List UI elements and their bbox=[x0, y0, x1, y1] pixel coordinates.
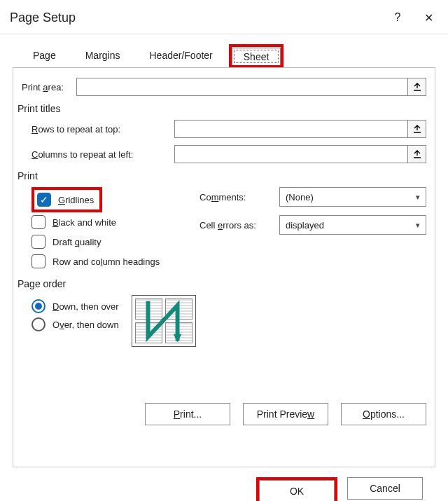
tab-headerfooter[interactable]: Header/Footer bbox=[136, 45, 226, 68]
cols-repeat-label: Columns to repeat at left: bbox=[31, 149, 174, 160]
gridlines-label: Gridlines bbox=[58, 195, 94, 205]
print-button[interactable]: Print... bbox=[145, 403, 230, 425]
print-titles-section: Print titles bbox=[18, 103, 426, 114]
collapse-dialog-icon bbox=[412, 82, 422, 92]
chevron-down-icon: ▾ bbox=[416, 193, 420, 202]
page-order-diagram bbox=[132, 295, 196, 347]
rows-repeat-input[interactable] bbox=[174, 120, 408, 138]
cell-errors-value: displayed bbox=[286, 220, 324, 231]
down-then-over-label: Down, then over bbox=[52, 301, 119, 312]
cols-repeat-ref-button[interactable] bbox=[408, 145, 426, 163]
comments-select[interactable]: (None) ▾ bbox=[279, 187, 426, 207]
down-then-over-radio[interactable] bbox=[31, 299, 46, 313]
help-button[interactable]: ? bbox=[382, 7, 413, 28]
black-white-checkbox[interactable] bbox=[31, 215, 46, 229]
cell-errors-label: Cell errors as: bbox=[200, 220, 279, 231]
rows-repeat-ref-button[interactable] bbox=[408, 120, 426, 138]
rows-repeat-label: Rows to repeat at top: bbox=[31, 124, 174, 135]
row-col-headings-label: Row and column headings bbox=[52, 256, 160, 267]
chevron-down-icon: ▾ bbox=[416, 221, 420, 230]
ok-button[interactable]: OK bbox=[259, 480, 335, 501]
black-white-label: Black and white bbox=[52, 217, 116, 228]
draft-quality-checkbox[interactable] bbox=[31, 235, 46, 249]
options-button[interactable]: Options... bbox=[341, 403, 426, 425]
comments-label: Comments: bbox=[200, 192, 279, 203]
over-then-down-label: Over, then down bbox=[52, 320, 119, 330]
sheet-pane: Print area: Print titles Rows to repeat … bbox=[13, 68, 435, 467]
comments-value: (None) bbox=[286, 192, 314, 203]
cancel-button[interactable]: Cancel bbox=[347, 477, 423, 500]
print-section: Print bbox=[18, 170, 426, 181]
row-col-headings-checkbox[interactable] bbox=[31, 254, 46, 268]
print-area-ref-button[interactable] bbox=[408, 78, 426, 96]
tab-strip: Page Margins Header/Footer Sheet bbox=[13, 44, 435, 68]
collapse-dialog-icon bbox=[412, 149, 422, 159]
tab-margins[interactable]: Margins bbox=[72, 45, 134, 68]
tab-sheet[interactable]: Sheet bbox=[232, 48, 281, 65]
tab-page[interactable]: Page bbox=[20, 45, 69, 68]
cell-errors-select[interactable]: displayed ▾ bbox=[279, 215, 426, 235]
titlebar: Page Setup ? ✕ bbox=[0, 0, 448, 34]
print-preview-button[interactable]: Print Preview bbox=[243, 403, 328, 425]
close-button[interactable]: ✕ bbox=[413, 7, 444, 28]
dialog-title: Page Setup bbox=[10, 11, 382, 25]
gridlines-checkbox[interactable]: ✓ bbox=[37, 193, 51, 207]
collapse-dialog-icon bbox=[412, 124, 422, 134]
cols-repeat-input[interactable] bbox=[174, 145, 408, 163]
print-area-input[interactable] bbox=[76, 78, 408, 96]
draft-quality-label: Draft quality bbox=[52, 237, 101, 247]
over-then-down-radio[interactable] bbox=[31, 317, 46, 331]
page-order-section: Page order bbox=[18, 278, 426, 289]
print-area-label: Print area: bbox=[22, 82, 76, 92]
